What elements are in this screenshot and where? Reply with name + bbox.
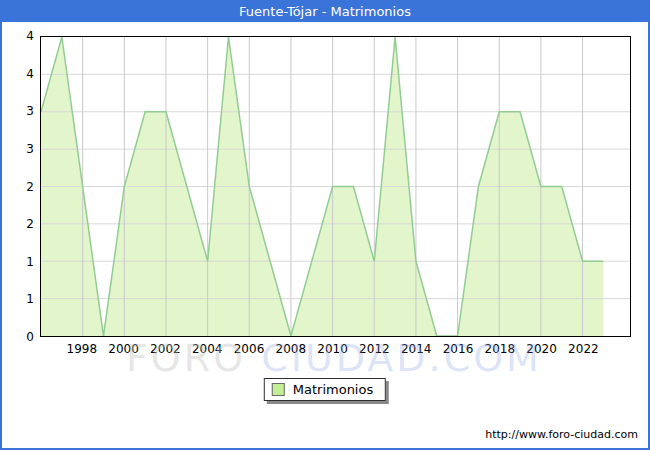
x-tick-label: 2000 (108, 342, 139, 356)
plot-area (40, 36, 631, 337)
y-tick-label: 2 (6, 217, 34, 231)
x-tick-label: 2018 (485, 342, 516, 356)
y-tick-label: 0 (6, 330, 34, 344)
y-tick-label: 3 (6, 142, 34, 156)
y-tick-label: 4 (6, 67, 34, 81)
y-tick-label: 2 (6, 180, 34, 194)
chart-title: Fuente-Tójar - Matrimonios (2, 2, 648, 22)
area-chart (41, 37, 630, 336)
legend-box: Matrimonios (264, 378, 386, 401)
x-tick-label: 2010 (317, 342, 348, 356)
source-url[interactable]: http://www.foro-ciudad.com (485, 428, 638, 441)
x-tick-label: 2014 (401, 342, 432, 356)
y-tick-label: 4 (6, 29, 34, 43)
legend-label: Matrimonios (293, 382, 373, 397)
x-tick-label: 2016 (443, 342, 474, 356)
x-tick-label: 2004 (192, 342, 223, 356)
x-tick-label: 2008 (276, 342, 307, 356)
x-tick-label: 2012 (359, 342, 390, 356)
x-tick-label: 2022 (568, 342, 599, 356)
legend-swatch-icon (272, 383, 285, 396)
x-tick-label: 2006 (234, 342, 265, 356)
y-tick-label: 1 (6, 292, 34, 306)
chart-window: Fuente-Tójar - Matrimonios 443322110 199… (0, 0, 650, 450)
x-tick-label: 2020 (526, 342, 557, 356)
y-tick-label: 3 (6, 104, 34, 118)
y-tick-label: 1 (6, 255, 34, 269)
x-tick-label: 2002 (150, 342, 181, 356)
x-tick-label: 1998 (67, 342, 98, 356)
